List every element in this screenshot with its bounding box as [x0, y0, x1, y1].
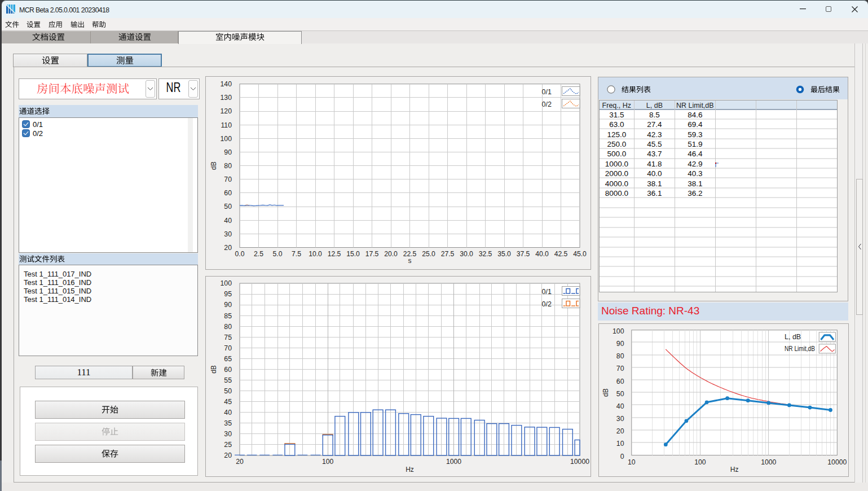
svg-text:32.5: 32.5	[479, 250, 492, 258]
svg-text:42.5: 42.5	[554, 250, 568, 258]
svg-text:100: 100	[322, 458, 334, 466]
svg-text:45.5: 45.5	[647, 139, 662, 148]
svg-text:20: 20	[236, 458, 244, 466]
svg-text:120: 120	[220, 107, 232, 115]
svg-text:40.0: 40.0	[647, 169, 662, 178]
svg-text:65: 65	[224, 355, 232, 363]
svg-text:0/2: 0/2	[542, 300, 552, 308]
svg-text:60: 60	[616, 377, 624, 385]
svg-text:63.0: 63.0	[609, 120, 624, 129]
svg-text:dB: dB	[210, 161, 218, 170]
svg-text:1000: 1000	[446, 458, 461, 466]
svg-text:1000: 1000	[761, 458, 776, 466]
svg-text:Hz: Hz	[406, 466, 414, 474]
svg-text:30: 30	[616, 415, 624, 423]
svg-text:L, dB: L, dB	[646, 102, 663, 109]
svg-text:1000.0: 1000.0	[605, 159, 628, 168]
svg-text:7.5: 7.5	[292, 250, 301, 258]
svg-text:17.5: 17.5	[365, 250, 379, 258]
svg-text:15.0: 15.0	[346, 250, 360, 258]
svg-text:s: s	[408, 257, 412, 265]
svg-text:dB: dB	[210, 365, 218, 374]
svg-text:70: 70	[616, 365, 624, 372]
svg-text:30: 30	[224, 230, 232, 238]
svg-text:2000.0: 2000.0	[605, 169, 628, 178]
svg-text:45: 45	[224, 398, 232, 406]
svg-text:25.0: 25.0	[422, 250, 435, 258]
svg-text:NR Limit,dB: NR Limit,dB	[676, 102, 714, 109]
svg-text:80: 80	[616, 352, 624, 360]
svg-text:Freq., Hz: Freq., Hz	[602, 102, 631, 109]
svg-text:250.0: 250.0	[607, 139, 626, 148]
svg-text:27.5: 27.5	[441, 250, 455, 258]
svg-text:69.4: 69.4	[688, 120, 703, 129]
svg-text:80: 80	[224, 162, 232, 170]
svg-text:20: 20	[224, 244, 232, 252]
svg-text:40: 40	[224, 409, 232, 417]
svg-text:10000: 10000	[570, 458, 589, 466]
svg-text:0/1: 0/1	[542, 88, 552, 96]
svg-text:60: 60	[224, 366, 232, 374]
svg-text:50: 50	[224, 203, 232, 211]
svg-text:100: 100	[220, 279, 232, 287]
svg-text:4000.0: 4000.0	[605, 179, 628, 187]
svg-text:41.8: 41.8	[647, 159, 662, 168]
svg-text:90: 90	[224, 301, 232, 309]
svg-text:90: 90	[224, 148, 232, 156]
svg-text:12.5: 12.5	[328, 250, 341, 258]
svg-text:60: 60	[224, 189, 232, 197]
svg-text:51.9: 51.9	[688, 139, 702, 148]
svg-text:55: 55	[224, 376, 232, 384]
svg-text:70: 70	[224, 344, 232, 352]
svg-text:100: 100	[220, 135, 232, 143]
svg-text:27.4: 27.4	[647, 120, 662, 129]
svg-text:70: 70	[224, 176, 232, 183]
svg-text:110: 110	[221, 121, 232, 129]
svg-text:40.3: 40.3	[688, 169, 702, 178]
svg-text:45.0: 45.0	[573, 250, 587, 258]
svg-text:2.5: 2.5	[254, 250, 263, 258]
svg-text:37.5: 37.5	[517, 250, 530, 258]
svg-text:140: 140	[220, 80, 232, 88]
svg-text:10000: 10000	[827, 458, 847, 466]
svg-text:50: 50	[224, 387, 232, 395]
svg-text:35: 35	[224, 419, 232, 427]
svg-text:Hz: Hz	[730, 466, 739, 474]
svg-text:25: 25	[224, 441, 232, 449]
svg-text:0/1: 0/1	[542, 288, 552, 296]
svg-text:dB: dB	[602, 388, 610, 397]
svg-text:125.0: 125.0	[607, 130, 626, 138]
svg-text:30: 30	[224, 430, 232, 438]
svg-text:100: 100	[613, 327, 624, 335]
svg-text:20.0: 20.0	[384, 250, 398, 258]
svg-text:40: 40	[616, 402, 624, 410]
svg-text:75: 75	[224, 334, 232, 341]
svg-text:85: 85	[224, 312, 232, 320]
svg-text:50: 50	[616, 389, 624, 397]
svg-text:0: 0	[620, 452, 624, 460]
svg-text:42.3: 42.3	[647, 130, 662, 138]
svg-text:5.0: 5.0	[273, 250, 283, 258]
svg-text:100: 100	[694, 458, 706, 466]
svg-text:59.3: 59.3	[688, 130, 702, 138]
svg-text:L, dB: L, dB	[785, 332, 801, 340]
svg-text:130: 130	[220, 94, 232, 102]
svg-text:42.9: 42.9	[688, 159, 702, 168]
svg-text:95: 95	[224, 290, 232, 298]
svg-text:8000.0: 8000.0	[605, 189, 628, 198]
svg-text:31.5: 31.5	[609, 110, 624, 119]
svg-text:20: 20	[616, 427, 624, 435]
svg-text:36.2: 36.2	[688, 189, 702, 198]
svg-text:10: 10	[628, 458, 636, 466]
svg-text:90: 90	[616, 340, 624, 348]
svg-text:38.1: 38.1	[647, 179, 662, 187]
svg-text:10: 10	[616, 440, 624, 448]
svg-text:35.0: 35.0	[497, 250, 511, 258]
svg-text:0.0: 0.0	[235, 250, 245, 258]
svg-text:46.4: 46.4	[688, 150, 703, 158]
svg-text:38.1: 38.1	[688, 179, 702, 187]
svg-text:40: 40	[224, 217, 232, 225]
svg-text:30.0: 30.0	[460, 250, 473, 258]
svg-text:20: 20	[224, 451, 232, 459]
svg-text:43.7: 43.7	[647, 150, 662, 158]
